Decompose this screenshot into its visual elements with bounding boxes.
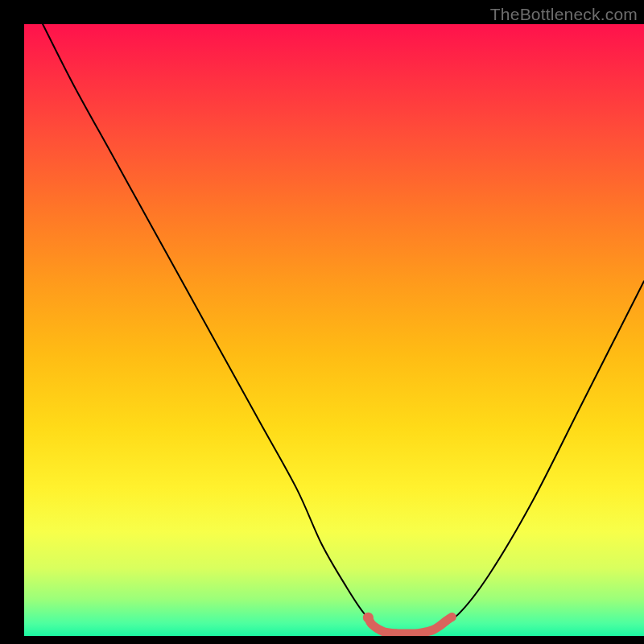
watermark-text: TheBottleneck.com (490, 5, 638, 24)
bottom-highlight-right (396, 617, 452, 634)
plot-area (24, 24, 644, 636)
chart-svg (24, 24, 644, 636)
chart-frame: TheBottleneck.com (0, 0, 644, 644)
highlight-start-dot (363, 613, 374, 623)
bottleneck-curve (43, 24, 644, 634)
